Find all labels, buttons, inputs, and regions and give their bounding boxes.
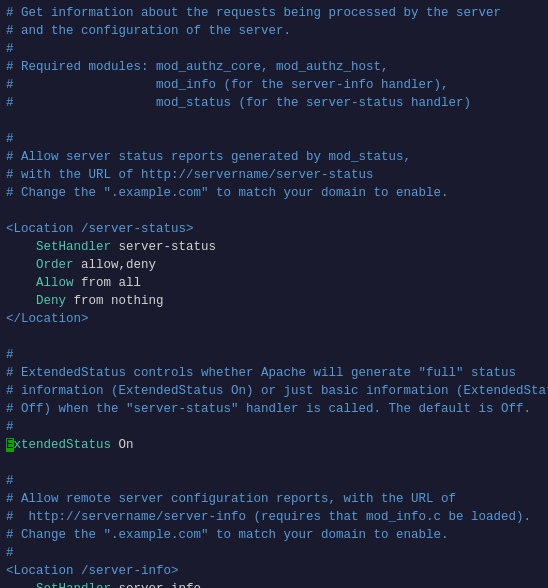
code-line: # Change the ".example.com" to match you… bbox=[6, 184, 542, 202]
code-line bbox=[6, 328, 542, 346]
code-line: # Allow server status reports generated … bbox=[6, 148, 542, 166]
code-line: # http://servername/server-info (require… bbox=[6, 508, 542, 526]
code-line: # bbox=[6, 346, 542, 364]
code-line: <Location /server-info> bbox=[6, 562, 542, 580]
code-line: SetHandler server-info bbox=[6, 580, 542, 588]
code-line: # with the URL of http://servername/serv… bbox=[6, 166, 542, 184]
code-line: # Allow remote server configuration repo… bbox=[6, 490, 542, 508]
code-line: SetHandler server-status bbox=[6, 238, 542, 256]
code-line bbox=[6, 112, 542, 130]
code-line: </Location> bbox=[6, 310, 542, 328]
code-container: # Get information about the requests bei… bbox=[0, 0, 548, 588]
code-lines: # Get information about the requests bei… bbox=[6, 4, 542, 588]
code-line: # ExtendedStatus controls whether Apache… bbox=[6, 364, 542, 382]
code-line: # Off) when the "server-status" handler … bbox=[6, 400, 542, 418]
code-line: Order allow,deny bbox=[6, 256, 542, 274]
code-line: # Get information about the requests bei… bbox=[6, 4, 542, 22]
code-line: # bbox=[6, 418, 542, 436]
code-line: Deny from nothing bbox=[6, 292, 542, 310]
code-line: # bbox=[6, 472, 542, 490]
code-line: # information (ExtendedStatus On) or jus… bbox=[6, 382, 542, 400]
code-line: # Required modules: mod_authz_core, mod_… bbox=[6, 58, 542, 76]
code-line: # bbox=[6, 544, 542, 562]
code-line bbox=[6, 202, 542, 220]
code-line bbox=[6, 454, 542, 472]
code-line: # mod_status (for the server-status hand… bbox=[6, 94, 542, 112]
code-line: <Location /server-status> bbox=[6, 220, 542, 238]
code-line: # Change the ".example.com" to match you… bbox=[6, 526, 542, 544]
code-line: Allow from all bbox=[6, 274, 542, 292]
code-line: # mod_info (for the server-info handler)… bbox=[6, 76, 542, 94]
code-line: ExtendedStatus On bbox=[6, 436, 542, 454]
code-line: # bbox=[6, 130, 542, 148]
code-line: # and the configuration of the server. bbox=[6, 22, 542, 40]
code-line: # bbox=[6, 40, 542, 58]
